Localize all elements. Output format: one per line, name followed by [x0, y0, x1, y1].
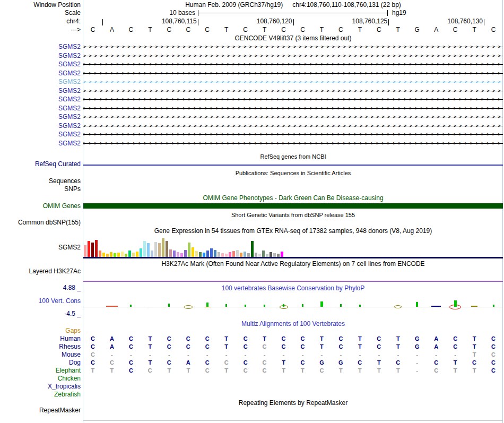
alignment-base: - [164, 351, 174, 358]
alignment-base: C [88, 351, 98, 358]
base-letter: C [279, 27, 289, 33]
alignment-base: A [107, 335, 117, 342]
alignment-base: C [184, 335, 193, 342]
gencode-transcript-label[interactable]: SGMS2 [0, 44, 81, 50]
gencode-transcript[interactable]: >>>>>>>>>>>>>>>>>>>>>>>>>>>>>>>>>>>>>>>>… [83, 44, 503, 51]
snps-label[interactable]: SNPs [0, 186, 81, 193]
gtex-tissue-bar [169, 249, 172, 257]
repeatmasker-track-title[interactable]: Repeating Elements by RepeatMasker [83, 400, 503, 407]
alignment-base: C [374, 335, 384, 342]
gtex-tissue-bar [184, 250, 187, 257]
gencode-transcript[interactable]: >>>>>>>>>>>>>>>>>>>>>>>>>>>>>>>>>>>>>>>>… [83, 131, 503, 139]
gtex-track-title[interactable]: Gene Expression in 54 tissues from GTEx … [83, 228, 503, 235]
scale-label: Scale [0, 10, 81, 17]
alignment-base: C [88, 335, 98, 342]
chrom-label: chr4: [0, 18, 81, 25]
gencode-transcript[interactable]: >>>>>>>>>>>>>>>>>>>>>>>>>>>>>>>>>>>>>>>>… [83, 114, 503, 121]
assembly-title: Human Feb. 2009 (GRCh37/hg19) [185, 1, 283, 8]
gencode-transcript[interactable]: >>>>>>>>>>>>>>>>>>>>>>>>>>>>>>>>>>>>>>>>… [83, 88, 503, 95]
repeatmasker-label[interactable]: RepeatMasker [0, 407, 81, 415]
alignment-base: T [260, 335, 270, 342]
sequences-label[interactable]: Sequences [0, 178, 81, 185]
gtex-tissue-bar [117, 253, 120, 257]
alignment-base: - [374, 351, 384, 358]
gencode-transcript-label[interactable]: SGMS2 [0, 61, 81, 68]
h3k27ac-label[interactable]: Layered H3K27Ac [0, 268, 81, 275]
gencode-transcript-label[interactable]: SGMS2 [0, 123, 81, 130]
gencode-transcript[interactable]: >>>>>>>>>>>>>>>>>>>>>>>>>>>>>>>>>>>>>>>>… [83, 53, 503, 60]
gencode-transcript[interactable]: >>>>>>>>>>>>>>>>>>>>>>>>>>>>>>>>>>>>>>>>… [83, 61, 503, 68]
gencode-transcript[interactable]: >>>>>>>>>>>>>>>>>>>>>>>>>>>>>>>>>>>>>>>>… [83, 79, 503, 86]
h3k27ac-track-title[interactable]: H3K27Ac Mark (Often Found Near Active Re… [83, 261, 503, 268]
gencode-transcript-label[interactable]: SGMS2 [0, 96, 81, 103]
alignment-base: G [412, 335, 422, 342]
publications-track-title[interactable]: Publications: Sequences in Scientific Ar… [83, 170, 503, 177]
gencode-transcript[interactable]: >>>>>>>>>>>>>>>>>>>>>>>>>>>>>>>>>>>>>>>>… [83, 123, 503, 130]
gtex-tissue-bar [166, 241, 168, 257]
alignment-base: C [298, 335, 307, 342]
gtex-tissue-bar [91, 243, 94, 257]
gencode-transcript-label[interactable]: SGMS2 [0, 53, 81, 59]
alignment-base: - [145, 351, 155, 358]
gencode-transcript[interactable]: >>>>>>>>>>>>>>>>>>>>>>>>>>>>>>>>>>>>>>>>… [83, 96, 503, 103]
phylop-mark [106, 306, 118, 307]
multiz-species-label-human[interactable]: Human [0, 335, 81, 342]
refseq-curated-track[interactable] [83, 165, 503, 166]
alignment-base: C [336, 335, 345, 342]
phylop-track-title[interactable]: 100 vertebrates Basewise Conservation by… [83, 285, 503, 292]
multiz-species-label-mouse[interactable]: Mouse [0, 351, 81, 358]
coordinate-label: 108,760,120 [239, 18, 292, 25]
alignment-base: C [489, 359, 498, 366]
omim-genes-label[interactable]: OMIM Genes [0, 203, 81, 210]
alignment-base: C [222, 359, 231, 366]
gtex-tissue-bar [270, 252, 272, 257]
base-letter: T [260, 27, 270, 33]
gencode-transcript-label[interactable]: SGMS2 [0, 140, 81, 147]
gtex-tissue-bar [136, 252, 138, 257]
multiz-track-title[interactable]: Multiz Alignments of 100 Vertebrates [83, 321, 503, 328]
gencode-transcript[interactable]: >>>>>>>>>>>>>>>>>>>>>>>>>>>>>>>>>>>>>>>>… [83, 140, 503, 148]
alignment-base: T [222, 335, 231, 342]
gencode-transcript[interactable]: >>>>>>>>>>>>>>>>>>>>>>>>>>>>>>>>>>>>>>>>… [83, 105, 503, 113]
dbsnp-label[interactable]: Common dbSNP(155) [0, 219, 81, 227]
gencode-transcript-label[interactable]: SGMS2 [0, 114, 81, 120]
omim-gene-bar[interactable] [83, 203, 503, 209]
gencode-transcript-label[interactable]: SGMS2 [0, 70, 81, 77]
multiz-species-label-zebrafish[interactable]: Zebrafish [0, 391, 81, 398]
phylop-mark [184, 305, 193, 309]
refseq-track-title[interactable]: RefSeq genes from NCBI [83, 153, 503, 161]
multiz-species-label-dog[interactable]: Dog [0, 359, 81, 366]
alignment-base: - [126, 351, 136, 358]
multiz-species-label-x_tropicalis[interactable]: X_tropicalis [0, 383, 81, 390]
omim-track-title[interactable]: OMIM Gene Phenotypes - Dark Green Can Be… [83, 195, 503, 202]
gtex-tissue-bar [203, 253, 205, 257]
gencode-transcript-label[interactable]: SGMS2 [0, 79, 81, 85]
gencode-transcript-label[interactable]: SGMS2 [0, 131, 81, 138]
alignment-base: C [241, 335, 250, 342]
gencode-transcript-label[interactable]: SGMS2 [0, 88, 81, 94]
phylop-mark [416, 302, 418, 307]
alignment-base: C [145, 367, 155, 374]
alignment-base: T [317, 343, 326, 350]
gencode-transcript-label[interactable]: SGMS2 [0, 105, 81, 112]
gencode-track-title[interactable]: GENCODE V49lift37 (3 items filtered out) [83, 35, 503, 42]
base-letter: C [164, 27, 174, 33]
multiz-species-label-chicken[interactable]: Chicken [0, 375, 81, 382]
dbsnp-track-title[interactable]: Short Genetic Variants from dbSNP releas… [83, 212, 503, 219]
phylop-mark [359, 305, 361, 307]
refseq-curated-label[interactable]: RefSeq Curated [0, 161, 81, 168]
gtex-tissue-bar [240, 253, 242, 257]
gtex-gene-label[interactable]: SGMS2 [0, 244, 81, 252]
alignment-base: C [298, 343, 307, 350]
alignment-base: T [164, 367, 174, 374]
multiz-species-label-gaps[interactable]: Gaps [0, 327, 81, 334]
gencode-transcript[interactable]: >>>>>>>>>>>>>>>>>>>>>>>>>>>>>>>>>>>>>>>>… [83, 70, 503, 77]
phylop-cons-label[interactable]: 100 Vert. Cons [0, 298, 81, 305]
alignment-base: - [412, 359, 422, 366]
transcript-arrows: >>>>>>>>>>>>>>>>>>>>>>>>>>>>>>>>>>>>>>>>… [83, 131, 503, 139]
base-letter: T [355, 27, 364, 33]
alignment-base: A [431, 343, 441, 350]
multiz-species-label-rhesus[interactable]: Rhesus [0, 343, 81, 350]
alignment-base: T [470, 367, 479, 374]
multiz-species-label-elephant[interactable]: Elephant [0, 367, 81, 374]
